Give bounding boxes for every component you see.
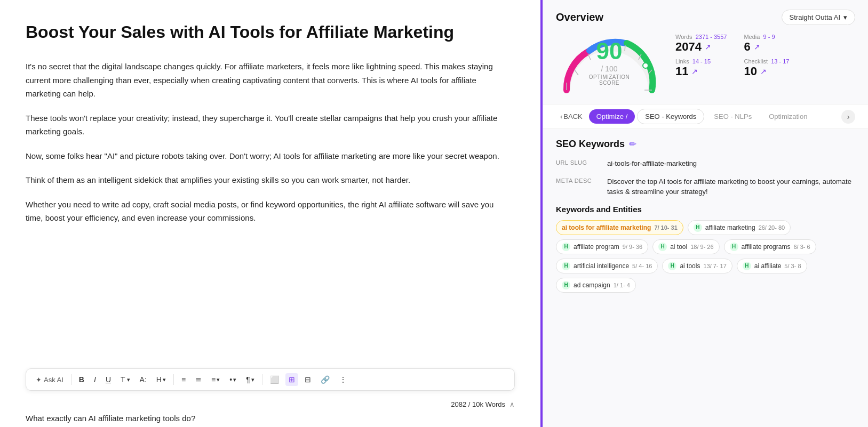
keyword-tag-primary[interactable]: ai tools for affiliate marketing 7/ 10- … <box>556 220 683 235</box>
strikethrough-button[interactable]: T ▾ <box>117 373 133 386</box>
paragraph-5: Whether you need to write ad copy, craft… <box>26 198 511 225</box>
url-slug-row: URL SLUG ai-tools-for-affiliate-marketin… <box>556 158 855 169</box>
seo-section-title: SEO Keywords ✏ <box>556 139 855 150</box>
optimization-score: 90 / 100 OPTIMIZATION SCORE <box>583 38 636 86</box>
tab-optimization[interactable]: Optimization <box>761 109 815 124</box>
align-left-button[interactable]: ≡ <box>178 373 189 386</box>
toolbar-divider-2 <box>173 374 174 385</box>
overview-title: Overview <box>556 11 603 23</box>
dropdown-label: Straight Outta AI <box>790 13 840 21</box>
last-paragraph: What exactly can AI affiliate marketing … <box>26 414 515 427</box>
keyword-tag-1[interactable]: H affiliate marketing 26/ 20- 80 <box>688 220 791 235</box>
tab-seo-nlps[interactable]: SEO - NLPs <box>706 109 759 124</box>
chevron-left-icon: ‹ <box>560 112 562 120</box>
tab-next-button[interactable]: › <box>841 110 855 124</box>
back-tab[interactable]: ‹ BACK <box>556 110 587 123</box>
align-center-button[interactable]: ≣ <box>192 373 205 386</box>
seo-keywords-section: SEO Keywords ✏ URL SLUG ai-tools-for-aff… <box>543 129 868 302</box>
formatting-toolbar: ✦ Ask AI B I U T ▾ A: H ▾ ≡ ≣ ≡ ▾ • ▾ ¶ … <box>26 368 515 391</box>
keywords-and-entities-title: Keywords and Entities <box>556 205 855 214</box>
bold-button[interactable]: B <box>76 373 87 386</box>
more-button[interactable]: ⋮ <box>336 373 350 386</box>
ask-ai-label: Ask AI <box>44 376 63 384</box>
left-panel: Boost Your Sales with AI Tools for Affil… <box>0 0 540 427</box>
score-section: 90 / 100 OPTIMIZATION SCORE Words 2371 -… <box>543 31 868 104</box>
heading-button[interactable]: H ▾ <box>153 373 169 386</box>
underline-button[interactable]: U <box>102 373 114 386</box>
tabs-section: ‹ BACK Optimize / SEO - Keywords SEO - N… <box>543 104 868 129</box>
unordered-list-button[interactable]: • ▾ <box>226 373 240 386</box>
media-stat: Media 9 - 9 6 ↗ <box>744 34 795 54</box>
keyword-tag-5[interactable]: H artificial intelligence 5/ 4- 16 <box>556 259 658 273</box>
article-title: Boost Your Sales with AI Tools for Affil… <box>26 21 515 43</box>
meta-desc-row: META DESC Discover the top AI tools for … <box>556 176 855 197</box>
gauge-chart: 90 / 100 OPTIMIZATION SCORE <box>556 31 663 95</box>
keyword-tag-8[interactable]: H ad campaign 1/ 1- 4 <box>556 278 636 293</box>
article-body: It's no secret that the digital landscap… <box>26 60 515 364</box>
score-stats: Words 2371 - 3557 2074 ↗ Media 9 - 9 6 ↗ <box>675 31 795 78</box>
paragraph-4: Think of them as an intelligent sidekick… <box>26 173 511 187</box>
columns-button[interactable]: ⊟ <box>301 373 314 386</box>
straight-outta-dropdown[interactable]: Straight Outta AI ▾ <box>782 10 855 25</box>
collapse-icon[interactable]: ∧ <box>509 400 515 408</box>
svg-point-8 <box>643 63 648 68</box>
words-stat: Words 2371 - 3557 2074 ↗ <box>675 34 727 54</box>
keyword-tag-7[interactable]: H ai affiliate 5/ 3- 8 <box>737 259 807 273</box>
sparkle-icon: ✦ <box>36 376 42 384</box>
right-panel: Overview Straight Outta AI ▾ <box>543 0 868 427</box>
checklist-stat: Checklist 13 - 17 10 ↗ <box>744 58 795 78</box>
chevron-down-icon: ▾ <box>843 13 847 21</box>
paragraph-3: Now, some folks hear "AI" and picture ro… <box>26 149 511 163</box>
paragraph-1: It's no secret that the digital landscap… <box>26 60 511 101</box>
toolbar-divider-1 <box>71 374 71 385</box>
font-size-button[interactable]: A: <box>137 373 150 386</box>
ordered-list-button[interactable]: ≡ ▾ <box>208 373 223 386</box>
keyword-tag-3[interactable]: H ai tool 18/ 9- 26 <box>652 239 719 254</box>
word-count-bar: 2082 / 10k Words ∧ <box>26 397 515 414</box>
svg-line-1 <box>575 70 578 75</box>
keyword-tag-4[interactable]: H affiliate programs 6/ 3- 6 <box>724 239 816 254</box>
tab-seo-keywords[interactable]: SEO - Keywords <box>637 109 704 124</box>
edit-icon[interactable]: ✏ <box>629 139 636 149</box>
paragraph-button[interactable]: ¶ ▾ <box>243 373 258 386</box>
add-block-button[interactable]: ⊞ <box>285 373 298 386</box>
links-stat: Links 14 - 15 11 ↗ <box>675 58 727 78</box>
toolbar-divider-3 <box>262 374 262 385</box>
keywords-grid: ai tools for affiliate marketing 7/ 10- … <box>556 220 855 293</box>
paragraph-2: These tools won't replace your creativit… <box>26 111 511 139</box>
image-button[interactable]: ⬜ <box>267 373 282 386</box>
link-button[interactable]: 🔗 <box>317 373 333 386</box>
keyword-tag-6[interactable]: H ai tools 13/ 7- 17 <box>662 259 732 273</box>
word-count: 2082 / 10k Words <box>451 400 505 408</box>
tab-optimize[interactable]: Optimize / <box>589 109 635 124</box>
ask-ai-button[interactable]: ✦ Ask AI <box>33 374 67 386</box>
keyword-tag-2[interactable]: H affiliate program 9/ 9- 36 <box>556 239 648 254</box>
italic-button[interactable]: I <box>91 373 99 386</box>
overview-header: Overview Straight Outta AI ▾ <box>543 0 868 31</box>
